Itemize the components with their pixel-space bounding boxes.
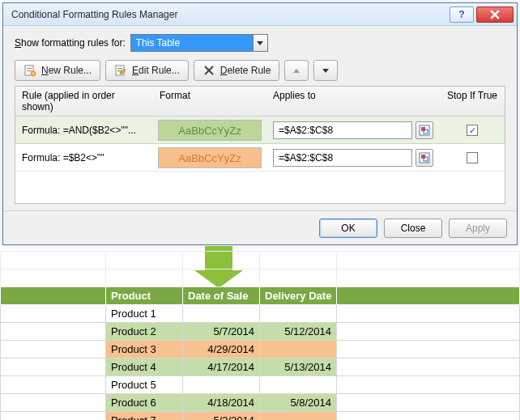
worksheet-preview: ProductDate of SaleDelivery DateProduct … — [0, 251, 520, 420]
cell[interactable] — [106, 269, 183, 287]
applies-to-input[interactable] — [273, 121, 412, 139]
cell[interactable]: Product 3 — [106, 341, 183, 358]
cell[interactable] — [1, 252, 106, 269]
edit-rule-icon — [114, 64, 127, 77]
delete-rule-icon — [202, 64, 215, 77]
scope-dropdown-button[interactable] — [253, 35, 267, 51]
column-header[interactable]: Delivery Date — [260, 287, 337, 305]
cell[interactable] — [337, 341, 520, 358]
cell[interactable] — [1, 358, 106, 376]
rules-table: Rule (applied in order shown) Format App… — [15, 86, 505, 204]
cf-rules-manager-dialog: Conditional Formatting Rules Manager Sho… — [2, 2, 518, 245]
cell[interactable]: 4/29/2014 — [183, 341, 260, 358]
close-button[interactable]: Close — [384, 218, 442, 238]
dialog-title: Conditional Formatting Rules Manager — [11, 9, 447, 20]
range-picker-icon — [419, 152, 430, 163]
svg-rect-2 — [27, 70, 32, 71]
rule-row[interactable]: Formula: =AND($B2<>""...AaBbCcYyZz — [15, 117, 505, 144]
range-picker-button[interactable] — [416, 149, 433, 167]
cell[interactable] — [260, 305, 337, 323]
column-header[interactable]: Date of Sale — [183, 287, 260, 305]
edit-rule-button[interactable]: Edit Rule... — [105, 60, 189, 81]
stop-if-true-checkbox[interactable] — [467, 152, 478, 163]
dialog-body: Show formatting rules for: This Table Ne… — [3, 26, 517, 204]
cell[interactable] — [106, 252, 183, 269]
chevron-down-icon — [257, 41, 263, 45]
cell[interactable]: Product 4 — [106, 358, 183, 376]
cell[interactable] — [337, 412, 520, 421]
rule-applies — [266, 121, 440, 139]
cell[interactable] — [1, 376, 106, 394]
scope-combobox[interactable]: This Table — [130, 34, 268, 52]
cell[interactable] — [1, 394, 106, 412]
stop-if-true-cell — [440, 125, 505, 136]
cell[interactable]: Product 7 — [106, 412, 183, 421]
cell[interactable]: Product 2 — [106, 323, 183, 341]
column-header[interactable]: Product — [106, 287, 183, 305]
cell[interactable]: Product 5 — [106, 376, 183, 394]
cell[interactable]: Product 6 — [106, 394, 183, 412]
close-icon — [490, 10, 500, 19]
svg-rect-1 — [27, 68, 32, 69]
range-picker-button[interactable] — [416, 121, 433, 139]
rule-formula: Formula: =AND($B2<>""... — [15, 125, 153, 136]
cell[interactable] — [337, 269, 520, 287]
cell[interactable]: 4/17/2014 — [183, 358, 260, 376]
new-rule-button[interactable]: New Rule... — [15, 60, 100, 81]
stop-if-true-cell — [440, 152, 505, 163]
cell[interactable] — [260, 252, 337, 269]
apply-button[interactable]: Apply — [449, 218, 507, 238]
delete-rule-button[interactable]: Delete Rule — [194, 60, 280, 81]
titlebar: Conditional Formatting Rules Manager — [3, 3, 517, 26]
scope-value: This Table — [131, 35, 253, 51]
cell[interactable] — [337, 287, 520, 305]
cell[interactable]: 4/18/2014 — [183, 394, 260, 412]
cell[interactable] — [183, 252, 260, 269]
cell[interactable] — [183, 376, 260, 394]
cell[interactable] — [1, 323, 106, 341]
arrow-down-icon — [322, 69, 329, 73]
cell[interactable] — [1, 412, 106, 421]
cell[interactable] — [337, 376, 520, 394]
cell[interactable] — [1, 287, 106, 305]
cell[interactable] — [1, 269, 106, 287]
cell[interactable] — [337, 305, 520, 323]
cell[interactable] — [1, 305, 106, 323]
move-down-button[interactable] — [313, 60, 338, 81]
cell[interactable] — [337, 323, 520, 341]
rule-formula: Formula: =$B2<>"" — [15, 152, 153, 163]
cell[interactable]: 5/8/2014 — [260, 394, 337, 412]
cell[interactable]: 5/2/2014 — [183, 412, 260, 421]
rule-format-preview: AaBbCcYyZz — [158, 147, 262, 168]
rules-table-header: Rule (applied in order shown) Format App… — [15, 87, 505, 117]
move-up-button[interactable] — [284, 60, 309, 81]
rule-applies — [266, 149, 440, 167]
ok-button[interactable]: OK — [319, 218, 377, 238]
cell[interactable]: 5/13/2014 — [260, 358, 337, 376]
cell[interactable] — [260, 341, 337, 358]
cell[interactable] — [1, 341, 106, 358]
cell[interactable] — [260, 269, 337, 287]
col-stop: Stop If True — [440, 87, 505, 116]
dialog-footer: OK Close Apply — [3, 210, 517, 244]
arrow-up-icon — [293, 69, 300, 73]
scope-label: Show formatting rules for: — [15, 37, 126, 49]
cell[interactable]: 5/12/2014 — [260, 323, 337, 341]
svg-point-3 — [31, 71, 36, 76]
cell[interactable] — [337, 252, 520, 269]
help-button[interactable] — [450, 6, 474, 23]
scope-row: Show formatting rules for: This Table — [15, 34, 505, 52]
cell[interactable] — [337, 358, 520, 376]
cell[interactable]: 5/7/2014 — [183, 323, 260, 341]
applies-to-input[interactable] — [273, 149, 412, 167]
cell[interactable] — [260, 412, 337, 421]
cell[interactable] — [260, 376, 337, 394]
rule-row[interactable]: Formula: =$B2<>""AaBbCcYyZz — [15, 144, 505, 172]
svg-rect-5 — [117, 68, 122, 69]
stop-if-true-checkbox[interactable] — [467, 125, 478, 136]
close-window-button[interactable] — [476, 6, 514, 23]
cell[interactable]: Product 1 — [106, 305, 183, 323]
cell[interactable] — [183, 269, 260, 287]
cell[interactable] — [183, 305, 260, 323]
cell[interactable] — [337, 394, 520, 412]
